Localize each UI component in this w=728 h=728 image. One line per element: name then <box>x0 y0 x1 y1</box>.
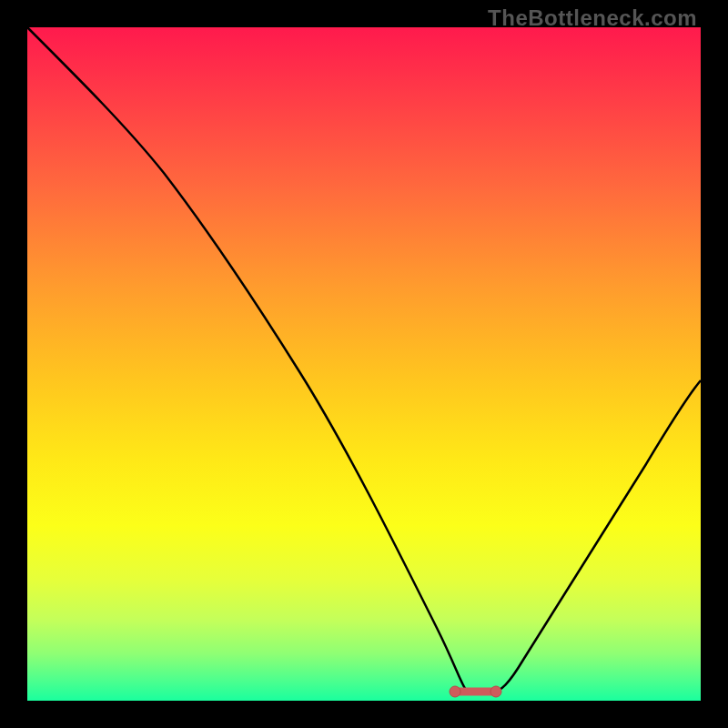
bottleneck-curve <box>27 27 701 693</box>
curve-layer <box>27 27 701 701</box>
optimal-end-marker <box>490 686 501 697</box>
chart-frame: TheBottleneck.com <box>0 0 728 728</box>
optimal-start-marker <box>450 686 460 697</box>
